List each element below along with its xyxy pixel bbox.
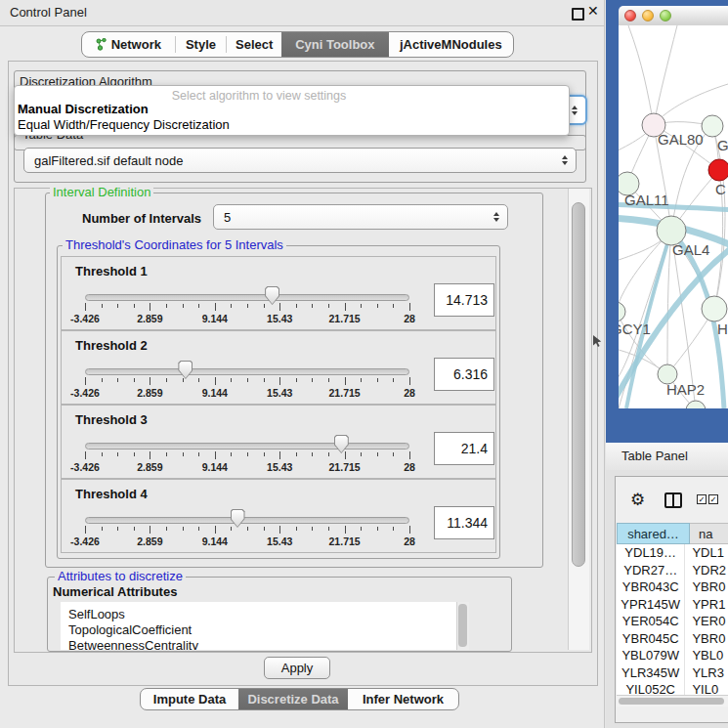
- tab-label: jActiveMNodules: [400, 37, 502, 52]
- slider-tick: [134, 304, 135, 308]
- slider-tick: [279, 451, 280, 459]
- tab-style[interactable]: Style: [176, 32, 227, 57]
- tab-network[interactable]: Network: [82, 32, 175, 57]
- table-row[interactable]: YER054CYER0: [617, 613, 728, 630]
- dropdown-item-manual-discretization[interactable]: Manual Discretization: [18, 102, 149, 116]
- slider-tick: [117, 527, 118, 531]
- cell-name: YDR2: [685, 562, 728, 579]
- table-row[interactable]: YBL079WYBL0: [617, 647, 728, 664]
- column-header-shared-name[interactable]: shared…: [617, 523, 690, 544]
- network-view-canvas[interactable]: GAL80GACGAL11GAL4GCY1HHAP2: [619, 25, 728, 408]
- network-edge[interactable]: [628, 25, 654, 125]
- threshold-slider-track[interactable]: [85, 368, 409, 375]
- threshold-slider-thumb[interactable]: [265, 286, 279, 305]
- threshold-slider-track[interactable]: [85, 443, 409, 450]
- number-of-intervals-value: 5: [224, 210, 231, 225]
- zoom-traffic-light-icon[interactable]: [660, 10, 671, 21]
- slider-tick: [150, 451, 150, 459]
- network-node-partial[interactable]: [686, 401, 706, 408]
- slider-tick: [409, 526, 410, 534]
- attributes-list-scrollbar-thumb[interactable]: [458, 604, 467, 647]
- node-label-ga: GA: [717, 137, 728, 153]
- mouse-cursor: [593, 335, 604, 348]
- cell-shared-name: YDL19…: [617, 544, 685, 562]
- threshold-slider-thumb[interactable]: [178, 361, 193, 379]
- number-of-intervals-combo[interactable]: 5: [213, 204, 508, 230]
- slider-tick: [198, 378, 199, 382]
- column-header-name[interactable]: na: [690, 523, 728, 544]
- apply-button[interactable]: Apply: [264, 657, 330, 679]
- table-row[interactable]: YBR043CYBR0: [617, 578, 728, 596]
- gear-icon[interactable]: ⚙: [630, 490, 645, 510]
- node-attribute-table[interactable]: shared… na YDL19…YDL1YDR27…YDR2YBR043CYB…: [617, 523, 728, 695]
- vertical-scrollbar-thumb[interactable]: [572, 202, 585, 567]
- tab-impute-data[interactable]: Impute Data: [141, 689, 238, 709]
- network-edge[interactable]: [667, 231, 671, 374]
- tab-label: Style: [186, 37, 216, 52]
- slider-tick: [393, 527, 394, 531]
- threshold-slider-track[interactable]: [85, 294, 409, 301]
- slider-tick: [117, 304, 118, 308]
- slider-tick: [247, 452, 248, 456]
- table-data-combo[interactable]: galFiltered.sif default node: [23, 148, 577, 173]
- tab-discretize-data[interactable]: Discretize Data: [238, 689, 348, 709]
- cell-shared-name: YER054C: [617, 613, 685, 630]
- slider-tick: [231, 304, 232, 308]
- attribute-list-item[interactable]: SelfLoops: [61, 607, 456, 622]
- threshold-slider-thumb[interactable]: [334, 435, 349, 453]
- slider-tick-label: 21.715: [329, 535, 361, 547]
- close-icon[interactable]: ✕: [587, 3, 599, 19]
- threshold-value-field[interactable]: 6.316: [434, 358, 494, 391]
- dropdown-prompt: Select algorithm to view settings: [103, 89, 415, 103]
- close-traffic-light-icon[interactable]: [624, 10, 636, 21]
- tab-cyni-toolbox[interactable]: Cyni Toolbox: [281, 32, 389, 57]
- network-icon: [96, 38, 107, 51]
- checkbox-select-all-icon[interactable]: ✓: [697, 494, 707, 504]
- cell-shared-name: YIL052C: [617, 681, 685, 695]
- slider-tick-label: -3.426: [70, 461, 100, 473]
- slider-tick: [264, 527, 265, 531]
- tab-infer-network[interactable]: Infer Network: [348, 689, 458, 709]
- threshold-value-field[interactable]: 21.4: [434, 432, 494, 465]
- tab-select[interactable]: Select: [227, 32, 281, 57]
- threshold-slider-track[interactable]: [85, 517, 409, 524]
- threshold-value-field[interactable]: 14.713: [434, 283, 494, 317]
- dropdown-item-equal-width-frequency[interactable]: Equal Width/Frequency Discretization: [18, 117, 230, 132]
- slider-tick-label: 2.859: [137, 535, 162, 547]
- threshold-value-field[interactable]: 11.344: [434, 506, 494, 539]
- network-node-h[interactable]: [702, 296, 727, 321]
- float-window-icon[interactable]: [572, 8, 584, 21]
- table-row[interactable]: YDR27…YDR2: [617, 562, 728, 579]
- cell-name: YDL1: [685, 544, 728, 562]
- table-row[interactable]: YPR145WYPR1: [617, 596, 728, 614]
- split-columns-icon[interactable]: [664, 492, 682, 508]
- network-edge[interactable]: [654, 25, 677, 125]
- network-node-ga[interactable]: [702, 115, 723, 137]
- threshold-slider-thumb[interactable]: [231, 509, 245, 528]
- slider-tick: [183, 527, 184, 531]
- slider-tick: [150, 303, 150, 311]
- table-row[interactable]: YDL19…YDL1: [617, 544, 728, 562]
- slider-tick: [215, 526, 216, 534]
- network-node-gcy1[interactable]: [619, 302, 625, 321]
- table-row[interactable]: YBR045CYBR0: [617, 630, 728, 648]
- attribute-list-item[interactable]: BetweennessCentrality: [61, 638, 456, 650]
- slider-tick: [393, 304, 394, 308]
- attribute-list-item[interactable]: TopologicalCoefficient: [61, 622, 456, 638]
- node-label-h: H: [717, 321, 728, 337]
- checkbox-select-none-icon[interactable]: ✓: [708, 494, 718, 504]
- network-node-c[interactable]: [708, 159, 728, 181]
- numerical-attributes-list[interactable]: SelfLoopsTopologicalCoefficientBetweenne…: [61, 602, 456, 650]
- minimize-traffic-light-icon[interactable]: [642, 10, 654, 21]
- table-horizontal-scrollbar-thumb[interactable]: [619, 698, 724, 705]
- cell-name: YPR1: [685, 596, 728, 614]
- cell-shared-name: YDR27…: [617, 562, 685, 579]
- table-row[interactable]: YIL052CYIL0: [617, 681, 728, 695]
- table-row[interactable]: YLR345WYLR3: [617, 664, 728, 682]
- table-horizontal-scrollbar-track[interactable]: [617, 695, 728, 707]
- cell-name: YBL0: [685, 647, 728, 664]
- tab-jactivemnodules[interactable]: jActiveMNodules: [389, 32, 513, 57]
- slider-tick: [231, 452, 232, 456]
- slider-tick: [409, 377, 410, 385]
- slider-tick: [247, 304, 248, 308]
